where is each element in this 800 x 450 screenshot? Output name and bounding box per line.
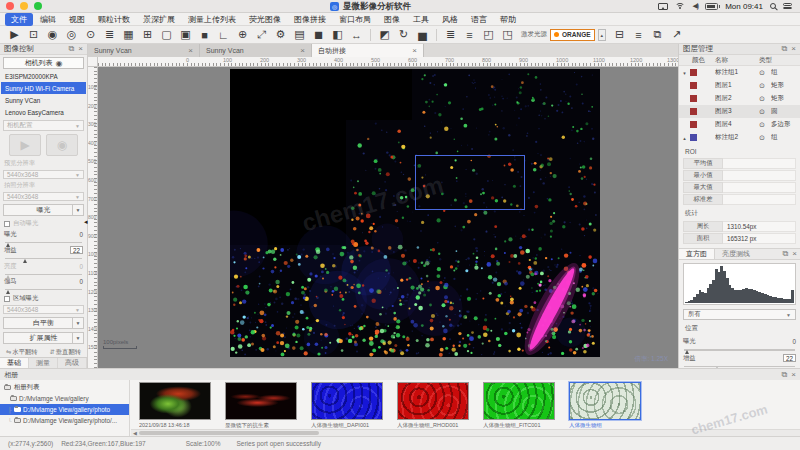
scale-bar-icon[interactable]: ↔ xyxy=(348,27,365,42)
thumbnail-image[interactable] xyxy=(225,382,297,420)
close-window-button[interactable] xyxy=(6,2,14,10)
album-tab-label[interactable]: 相册 xyxy=(4,370,18,380)
visibility-eye-icon[interactable]: ⊙ xyxy=(759,134,771,142)
control-center-icon[interactable] xyxy=(783,3,792,9)
document-tab-2[interactable]: 自动拼接× xyxy=(312,44,424,57)
volume-icon[interactable]: ◀) xyxy=(692,2,698,10)
camera-list-button[interactable]: 相机列表 ◉ xyxy=(3,57,84,69)
layer-row-5[interactable]: ▴标注组2⊙组 xyxy=(679,131,800,144)
layer-row-4[interactable]: 图层4⊙多边形 xyxy=(679,118,800,131)
gain-spinbox[interactable]: 22 xyxy=(70,246,83,254)
thumbnail-5[interactable]: 人体微生物组 xyxy=(569,382,641,436)
histogram-tab-1[interactable]: 亮度测线 xyxy=(715,249,757,259)
layer-row-3[interactable]: 图层3⊙圆 xyxy=(679,105,800,118)
gain-slider[interactable] xyxy=(5,258,82,259)
menu-item-11[interactable]: 风格 xyxy=(436,13,464,26)
exposure-slider[interactable] xyxy=(5,242,82,243)
document-tab-1[interactable]: Sunny Vcan× xyxy=(200,44,312,57)
white-balance-section-header[interactable]: 白平衡▼ xyxy=(3,317,84,329)
zoom-in-icon[interactable]: ⊕ xyxy=(234,27,251,42)
minimize-window-button[interactable] xyxy=(20,2,28,10)
spotlight-search-icon[interactable] xyxy=(770,3,776,9)
menu-item-1[interactable]: 编辑 xyxy=(34,13,62,26)
copy-icon[interactable]: ⧉ xyxy=(649,27,666,42)
thumbnail-image[interactable] xyxy=(311,382,383,420)
region-resolution-select[interactable]: 5440x3648▼ xyxy=(3,305,84,314)
document-tab-0[interactable]: Sunny Vcan× xyxy=(88,44,200,57)
hist-exposure-slider[interactable] xyxy=(684,349,795,350)
layer-color-swatch[interactable] xyxy=(690,69,697,76)
camera-list-item-3[interactable]: Lenovo EasyCamera xyxy=(1,106,86,118)
layer-expander-icon[interactable]: ▾ xyxy=(679,70,690,76)
layer-color-swatch[interactable] xyxy=(690,108,697,115)
layer-color-swatch[interactable] xyxy=(690,121,697,128)
adjust-sliders-icon[interactable]: ≣ xyxy=(101,27,118,42)
float-panel-icon[interactable]: ⧉ xyxy=(782,45,788,53)
wifi-icon[interactable] xyxy=(675,2,685,10)
layer-color-swatch[interactable] xyxy=(690,134,697,141)
fit-screen-icon[interactable]: ⤢ xyxy=(253,27,270,42)
close-tab-icon[interactable]: × xyxy=(300,46,305,55)
contrast-icon[interactable]: ◧ xyxy=(329,27,346,42)
camera-lock-icon[interactable]: ⊙ xyxy=(82,27,99,42)
float-panel-icon[interactable]: ⧉ xyxy=(69,45,75,53)
left-panel-tab-0[interactable]: 基础 xyxy=(0,358,29,368)
brightness-slider[interactable] xyxy=(5,274,82,275)
visibility-eye-icon[interactable]: ⊙ xyxy=(759,121,771,129)
menu-item-12[interactable]: 语言 xyxy=(465,13,493,26)
menu-item-6[interactable]: 荧光图像 xyxy=(243,13,287,26)
menu-item-0[interactable]: 文件 xyxy=(5,13,33,26)
roi-selection-icon[interactable]: ▢ xyxy=(158,27,175,42)
close-tab-icon[interactable]: × xyxy=(412,46,417,55)
thumbnail-2[interactable]: 人体微生物组_DAPI001 xyxy=(311,382,383,436)
video-capture-icon[interactable]: ⊡ xyxy=(25,27,42,42)
layer-row-1[interactable]: 图层1⊙矩形 xyxy=(679,79,800,92)
extended-properties-section-header[interactable]: 扩展属性▼ xyxy=(3,332,84,344)
image-import-icon[interactable]: ◰ xyxy=(480,27,497,42)
auto-exposure-checkbox[interactable] xyxy=(4,221,10,227)
camera-list-item-0[interactable]: E3ISPM20000KPA xyxy=(1,70,86,82)
close-panel-icon[interactable]: × xyxy=(791,371,796,379)
screen-mirroring-icon[interactable] xyxy=(658,3,668,10)
layer-color-swatch[interactable] xyxy=(690,82,697,89)
menu-item-9[interactable]: 图像 xyxy=(378,13,406,26)
layer-row-2[interactable]: 图层2⊙矩形 xyxy=(679,92,800,105)
camera-list-item-1[interactable]: Sunny HD Wi-Fi Camera xyxy=(1,82,86,94)
menu-item-13[interactable]: 帮助 xyxy=(494,13,522,26)
microscopy-image[interactable] xyxy=(230,69,600,357)
mask-icon[interactable]: ◼ xyxy=(310,27,327,42)
battery-icon[interactable] xyxy=(705,3,718,10)
play-icon[interactable]: ▶ xyxy=(6,27,23,42)
histogram-tab-0[interactable]: 直方图 xyxy=(679,249,715,259)
settings-gear-icon[interactable]: ⚙ xyxy=(272,27,289,42)
expand-region-icon[interactable]: ⊞ xyxy=(139,27,156,42)
visibility-eye-icon[interactable]: ⊙ xyxy=(759,95,771,103)
image-adjust-icon[interactable]: ◩ xyxy=(376,27,393,42)
close-tab-icon[interactable]: × xyxy=(188,46,193,55)
grid-view-icon[interactable]: ▦ xyxy=(120,27,137,42)
camera-timer-icon[interactable]: ◎ xyxy=(63,27,80,42)
thumbnail-4[interactable]: 人体微生物组_FITC001 xyxy=(483,382,555,436)
thumbnail-1[interactable]: 显微镜下的抗生素 xyxy=(225,382,297,436)
close-panel-icon[interactable]: × xyxy=(791,45,796,53)
save-image-icon[interactable]: ⊟ xyxy=(611,27,628,42)
share-export-icon[interactable]: ↗ xyxy=(668,27,685,42)
region-exposure-checkbox[interactable] xyxy=(4,296,10,302)
thumbnail-image[interactable] xyxy=(483,382,555,420)
album-tree-item-0[interactable]: D:/MvIamge View/gallery xyxy=(0,393,129,404)
camera-capture-icon[interactable]: ◉ xyxy=(44,27,61,42)
capture-resolution-select[interactable]: 5440x3648▼ xyxy=(3,192,84,201)
menubar-clock[interactable]: Mon 09:41 xyxy=(725,2,763,11)
thumbnail-3[interactable]: 人体微生物组_RHOD001 xyxy=(397,382,469,436)
menu-item-3[interactable]: 颗粒计数 xyxy=(92,13,136,26)
close-panel-icon[interactable]: × xyxy=(78,45,83,53)
channel-select[interactable]: 所有▼ xyxy=(683,309,796,320)
excitation-caret-icon[interactable]: ▴ xyxy=(598,29,607,41)
fill-window-icon[interactable]: ■ xyxy=(196,27,213,42)
visibility-eye-icon[interactable]: ⊙ xyxy=(759,69,771,77)
camera-list-item-2[interactable]: Sunny VCan xyxy=(1,94,86,106)
layer-color-swatch[interactable] xyxy=(690,95,697,102)
histogram-icon[interactable]: ▅ xyxy=(414,27,431,42)
excitation-select[interactable]: ORANGE xyxy=(550,29,595,41)
menu-item-5[interactable]: 测量上传列表 xyxy=(182,13,242,26)
